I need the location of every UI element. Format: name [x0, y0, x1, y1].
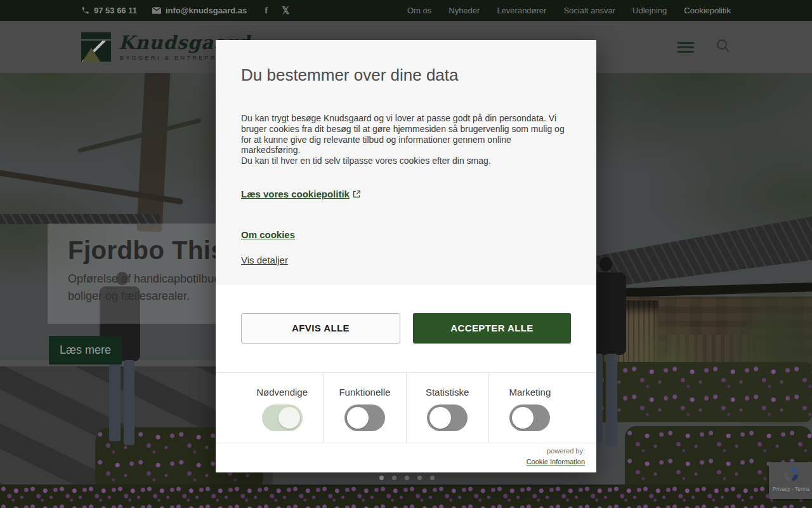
external-link-icon	[353, 190, 361, 198]
accept-all-button[interactable]: ACCEPTER ALLE	[413, 313, 571, 344]
dialog-title: Du bestemmer over dine data	[241, 65, 571, 85]
logo-icon	[81, 32, 111, 62]
marketing-toggle[interactable]	[509, 404, 550, 431]
page: 97 53 66 11 info@knudsgaard.as f 𝕏 Om os…	[0, 0, 812, 508]
category-label: Nødvendige	[256, 387, 308, 398]
carousel-dot[interactable]	[392, 476, 396, 480]
toggle-knob	[512, 407, 534, 429]
phone-link[interactable]: 97 53 66 11	[81, 6, 137, 15]
category-functional: Funktionelle	[323, 373, 405, 443]
toggle-knob	[347, 407, 369, 429]
phone-icon	[81, 6, 89, 15]
show-details-link[interactable]: Vis detaljer	[241, 255, 288, 265]
reject-all-button[interactable]: AFVIS ALLE	[241, 313, 400, 344]
cookie-policy-link-label: Læs vores cookiepolitik	[241, 189, 350, 199]
category-necessary: Nødvendige	[241, 373, 323, 443]
about-cookies-row: Om cookies	[241, 229, 571, 241]
hero-subtitle-line2: boliger og fællesarealer.	[68, 290, 190, 302]
dialog-body: Du kan trygt besøge Knudsgaard og vi lov…	[241, 113, 571, 166]
statistical-toggle[interactable]	[427, 404, 468, 431]
policy-link-row: Læs vores cookiepolitik	[241, 189, 571, 200]
dialog-paragraph: Du kan trygt besøge Knudsgaard og vi lov…	[241, 113, 571, 156]
nav-item-udlejning[interactable]: Udlejning	[632, 6, 667, 15]
carousel-dot[interactable]	[417, 476, 422, 480]
dialog-footer: powered by: Cookie Information	[216, 443, 596, 472]
carousel-dot[interactable]	[430, 476, 435, 480]
necessary-toggle	[262, 404, 303, 431]
category-label: Statistiske	[426, 387, 469, 398]
category-label: Marketing	[509, 387, 551, 398]
about-cookies-link[interactable]: Om cookies	[241, 229, 295, 240]
menu-icon[interactable]	[675, 39, 697, 55]
hero-subtitle-line1: Opførelse af handicapbotilbud	[68, 272, 220, 285]
social-links: f 𝕏	[265, 5, 289, 17]
topbar-contacts: 97 53 66 11 info@knudsgaard.as f 𝕏	[81, 5, 289, 17]
nav-item-om-os[interactable]: Om os	[407, 6, 431, 15]
read-more-button[interactable]: Læs mere	[49, 336, 122, 364]
cookie-consent-dialog: Du bestemmer over dine data Du kan trygt…	[216, 40, 596, 472]
nav-item-cookiepolitik[interactable]: Cookiepolitik	[684, 6, 731, 15]
recaptcha-privacy-terms[interactable]: Privacy - Terms	[773, 486, 809, 492]
recaptcha-badge[interactable]: Privacy - Terms	[769, 462, 812, 499]
dialog-buttons: AFVIS ALLE ACCEPTER ALLE	[216, 284, 596, 372]
carousel-dots	[379, 476, 435, 480]
phone-number: 97 53 66 11	[94, 6, 137, 15]
toggle-knob	[429, 407, 451, 429]
facebook-icon[interactable]: f	[265, 5, 268, 16]
building-roof	[0, 214, 160, 224]
cookie-policy-link[interactable]: Læs vores cookiepolitik	[241, 189, 361, 199]
email-address: info@knudsgaard.as	[166, 6, 247, 15]
x-twitter-icon[interactable]: 𝕏	[282, 5, 289, 17]
cookie-categories: Nødvendige Funktionelle Statistiske Mark…	[216, 372, 596, 443]
toggle-knob	[278, 407, 300, 429]
email-link[interactable]: info@knudsgaard.as	[152, 6, 247, 15]
recaptcha-icon	[781, 464, 801, 485]
nav-item-leverandorer[interactable]: Leverandører	[497, 6, 546, 15]
cookie-information-link[interactable]: Cookie Information	[527, 458, 585, 465]
details-row: Vis detaljer	[241, 255, 571, 266]
category-label: Funktionelle	[339, 387, 390, 398]
nav-item-socialt-ansvar[interactable]: Socialt ansvar	[563, 6, 615, 15]
search-icon[interactable]	[716, 38, 731, 56]
topbar: 97 53 66 11 info@knudsgaard.as f 𝕏 Om os…	[0, 0, 812, 21]
carousel-dot[interactable]	[405, 476, 409, 480]
category-marketing: Marketing	[488, 373, 571, 443]
envelope-icon	[152, 7, 161, 14]
dialog-paragraph: Du kan til hver en tid selv tilpasse vor…	[241, 156, 571, 166]
dialog-content: Du bestemmer over dine data Du kan trygt…	[216, 40, 596, 284]
header-actions	[675, 38, 731, 56]
category-statistical: Statistiske	[406, 373, 488, 443]
carousel-dot[interactable]	[379, 476, 384, 480]
functional-toggle[interactable]	[344, 404, 385, 431]
top-navigation: Om os Nyheder Leverandører Socialt ansva…	[407, 6, 731, 15]
powered-by-text: powered by:	[227, 447, 585, 455]
nav-item-nyheder[interactable]: Nyheder	[449, 6, 480, 15]
flower-strip	[0, 485, 812, 508]
